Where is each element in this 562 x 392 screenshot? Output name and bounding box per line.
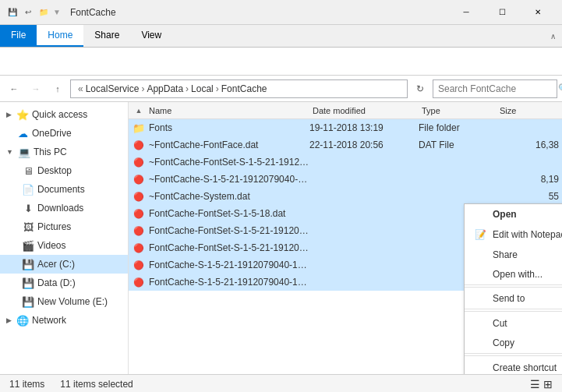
tab-share[interactable]: Share xyxy=(83,25,130,47)
folder-icon: 📁 xyxy=(37,6,50,19)
refresh-button[interactable]: ↻ xyxy=(411,79,429,98)
sidebar-label-this-pc: This PC xyxy=(34,147,67,157)
ribbon: File Home Share View ∧ xyxy=(0,25,562,48)
drive-e-icon: 💾 xyxy=(22,295,34,308)
sidebar-item-onedrive[interactable]: ▶ ☁ OneDrive xyxy=(0,124,128,143)
shortcut-icon xyxy=(474,362,486,374)
ctx-send-to[interactable]: Send to ► xyxy=(465,289,562,309)
col-header-name[interactable]: Name xyxy=(146,102,309,119)
file-name: ~FontCache-S-1-5-21-1912079040-11899... xyxy=(149,174,309,185)
file-name: FontCache-FontSet-S-1-5-21-19120790... xyxy=(149,225,309,236)
search-box[interactable]: 🔍 xyxy=(433,79,557,98)
column-headers: ▲ Name Date modified Type Size xyxy=(129,102,562,119)
sidebar-item-network[interactable]: ▶ 🌐 Network xyxy=(0,311,128,330)
status-bar: 11 items 11 items selected ☰ ⊞ xyxy=(0,374,562,392)
ctx-share[interactable]: Share xyxy=(465,245,562,265)
dat-icon: 🔴 xyxy=(132,207,146,221)
forward-button[interactable]: → xyxy=(27,79,45,98)
ctx-open[interactable]: Open xyxy=(465,204,562,224)
share-icon xyxy=(474,249,486,261)
item-count: 11 items xyxy=(9,379,44,390)
ctx-create-shortcut[interactable]: Create shortcut xyxy=(465,358,562,374)
up-button[interactable]: ↑ xyxy=(48,79,67,98)
sidebar-label-downloads: Downloads xyxy=(37,203,83,214)
ctx-edit-notepad[interactable]: 📝 Edit with Notepad++ xyxy=(465,224,562,245)
this-pc-icon: 💻 xyxy=(18,146,30,158)
ctx-shortcut-label: Create shortcut xyxy=(493,362,562,373)
path-local-service[interactable]: LocalService xyxy=(86,83,140,94)
sidebar-item-quick-access[interactable]: ▶ ⭐ Quick access xyxy=(0,105,128,124)
col-header-type[interactable]: Type xyxy=(419,102,497,119)
sidebar-label-drive-d: Data (D:) xyxy=(37,277,76,288)
drive-d-icon: 💾 xyxy=(22,277,34,289)
videos-icon: 🎬 xyxy=(22,239,34,252)
tab-file[interactable]: File xyxy=(0,25,37,47)
sidebar-item-downloads[interactable]: ⬇ Downloads xyxy=(0,199,128,217)
path-double-arrow: « xyxy=(78,83,83,94)
view-list-icon[interactable]: ☰ xyxy=(530,378,540,390)
network-icon: 🌐 xyxy=(16,314,29,327)
dat-icon: 🔴 xyxy=(132,172,146,186)
ctx-cut[interactable]: Cut xyxy=(465,313,562,334)
sidebar-item-desktop[interactable]: 🖥 Desktop xyxy=(0,161,128,180)
send-to-icon xyxy=(474,292,486,305)
documents-icon: 📄 xyxy=(22,183,34,196)
file-row-3[interactable]: 🔴 ~FontCache-FontSet-S-1-5-21-19120790..… xyxy=(129,154,562,171)
file-size: 55 xyxy=(497,191,559,202)
sidebar-item-documents[interactable]: 📄 Documents xyxy=(0,180,128,199)
address-path[interactable]: « LocalService › AppData › Local › FontC… xyxy=(70,79,408,98)
maximize-button[interactable]: ☐ xyxy=(484,0,520,25)
separator-3 xyxy=(465,355,562,356)
col-header-date[interactable]: Date modified xyxy=(309,102,419,119)
ctx-copy-label: Copy xyxy=(493,337,562,348)
dat-icon: 🔴 xyxy=(132,138,146,152)
open-with-icon xyxy=(474,268,486,281)
file-row-fonts[interactable]: 📁 Fonts 19-11-2018 13:19 File folder xyxy=(129,119,562,136)
tab-home[interactable]: Home xyxy=(37,25,83,47)
minimize-button[interactable]: ─ xyxy=(448,0,484,25)
file-size: 8,19 xyxy=(497,174,559,185)
sort-indicator: ▲ xyxy=(132,107,146,115)
sidebar-label-documents: Documents xyxy=(37,184,85,195)
close-button[interactable]: ✕ xyxy=(520,0,556,25)
file-name: FontCache-S-1-5-21-1912079040-11993... xyxy=(149,260,309,270)
file-type: File folder xyxy=(419,122,497,133)
col-header-size[interactable]: Size xyxy=(497,102,559,119)
selected-count: 11 items selected xyxy=(60,379,133,390)
back-button[interactable]: ← xyxy=(5,79,23,98)
sidebar: ▶ ⭐ Quick access ▶ ☁ OneDrive ▼ 💻 This P… xyxy=(0,102,129,374)
file-row-5[interactable]: 🔴 ~FontCache-System.dat 55 xyxy=(129,188,562,205)
ctx-open-with-label: Open with... xyxy=(493,269,562,280)
sidebar-item-videos[interactable]: 🎬 Videos xyxy=(0,236,128,255)
sidebar-item-drive-c[interactable]: 💾 Acer (C:) xyxy=(0,255,128,274)
sidebar-item-this-pc[interactable]: ▼ 💻 This PC xyxy=(0,143,128,161)
window-title: FontCache xyxy=(70,7,448,18)
sidebar-item-drive-d[interactable]: 💾 Data (D:) xyxy=(0,274,128,292)
drive-c-icon: 💾 xyxy=(22,258,34,270)
file-row-fontface[interactable]: 🔴 ~FontCache-FontFace.dat 22-11-2018 20:… xyxy=(129,136,562,154)
ctx-share-label: Share xyxy=(493,249,562,260)
ctx-copy[interactable]: Copy xyxy=(465,334,562,354)
search-input[interactable] xyxy=(438,83,555,94)
file-name: FontCache-FontSet-S-1-5-21-19120790... xyxy=(149,242,309,253)
view-grid-icon[interactable]: ⊞ xyxy=(543,378,553,390)
sidebar-item-drive-e[interactable]: 💾 New Volume (E:) xyxy=(0,292,128,311)
path-fontcache[interactable]: FontCache xyxy=(221,83,267,94)
path-appdata[interactable]: AppData xyxy=(147,83,183,94)
file-name: Fonts xyxy=(149,122,309,133)
path-local[interactable]: Local xyxy=(191,83,214,94)
expand-arrow-network: ▶ xyxy=(6,316,12,324)
ctx-open-with[interactable]: Open with... xyxy=(465,265,562,285)
window-controls[interactable]: ─ ☐ ✕ xyxy=(448,0,556,25)
ribbon-expand-button[interactable]: ∧ xyxy=(544,25,562,47)
file-date: 22-11-2018 20:56 xyxy=(309,139,419,150)
file-row-4[interactable]: 🔴 ~FontCache-S-1-5-21-1912079040-11899..… xyxy=(129,171,562,188)
dat-icon: 🔴 xyxy=(132,258,146,272)
sidebar-item-pictures[interactable]: 🖼 Pictures xyxy=(0,217,128,236)
dat-icon: 🔴 xyxy=(132,275,146,289)
folder-icon: 📁 xyxy=(132,121,146,135)
notepad-icon: 📝 xyxy=(474,228,486,241)
ctx-cut-label: Cut xyxy=(493,318,562,329)
tab-view[interactable]: View xyxy=(130,25,172,47)
sidebar-label-desktop: Desktop xyxy=(37,165,72,176)
